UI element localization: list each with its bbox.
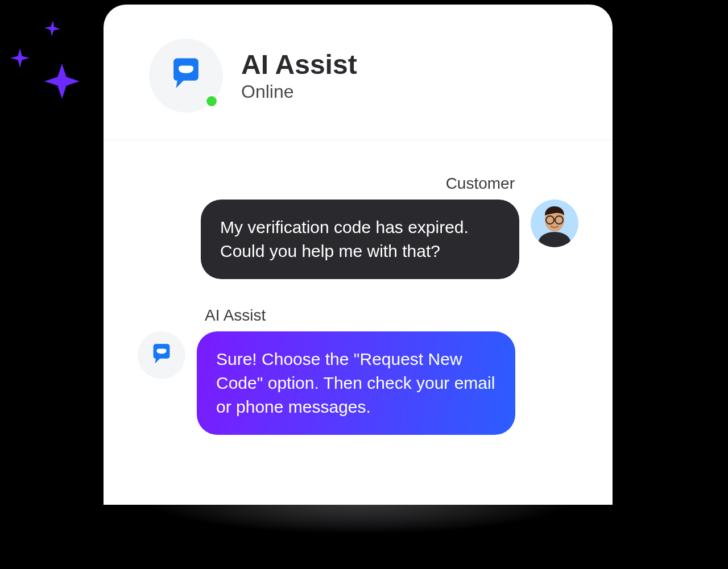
chat-body: Customer My verification code has expire… <box>104 140 613 485</box>
sparkle-icon <box>10 48 30 68</box>
bot-message-avatar <box>138 331 185 379</box>
chat-window: AI Assist Online Customer My verificatio… <box>104 5 613 505</box>
sender-label-customer: Customer <box>138 175 515 193</box>
message-row-bot: Sure! Choose the "Request New Code" opti… <box>138 331 578 435</box>
customer-avatar <box>531 200 578 247</box>
message-group-bot: AI Assist Sure! Choose the "Request New … <box>138 306 578 435</box>
customer-message-bubble: My verification code has expired. Could … <box>201 200 519 279</box>
message-row-customer: My verification code has expired. Could … <box>138 200 578 279</box>
sender-label-bot: AI Assist <box>205 306 578 325</box>
header-status: Online <box>241 81 357 102</box>
chatbot-icon <box>166 56 206 95</box>
bot-header-avatar <box>149 39 223 113</box>
sparkle-icon <box>44 20 61 37</box>
online-status-dot <box>205 94 218 108</box>
chatbot-icon <box>148 342 175 368</box>
chat-header: AI Assist Online <box>104 5 613 140</box>
header-title: AI Assist <box>241 49 357 80</box>
sparkle-icon <box>44 64 80 99</box>
bot-message-bubble: Sure! Choose the "Request New Code" opti… <box>197 331 515 435</box>
message-group-customer: Customer My verification code has expire… <box>138 175 578 279</box>
